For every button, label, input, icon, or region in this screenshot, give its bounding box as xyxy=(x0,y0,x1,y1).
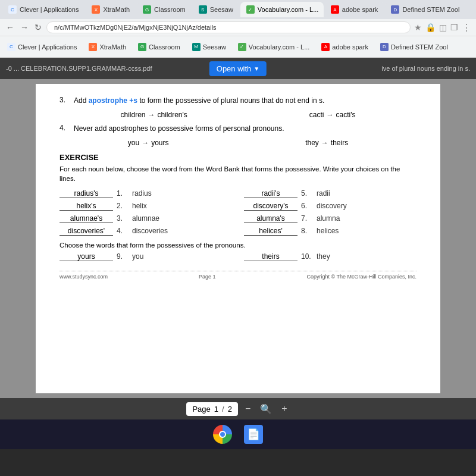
dropdown-arrow-icon: ▼ xyxy=(253,65,259,72)
rule-3-num: 3. xyxy=(60,96,70,104)
example-children: children → children's xyxy=(120,111,187,119)
exercise-desc: For each noun below, choose the word fro… xyxy=(60,164,416,183)
rule-4-examples: you → yours they → theirs xyxy=(60,139,416,147)
item-word-8: helices xyxy=(317,227,339,235)
arrow-icon: → xyxy=(148,111,155,119)
bookmark-vocabulary[interactable]: ✓ Vocabulary.com - L... xyxy=(234,42,314,52)
bookmark-adobespark[interactable]: A adobe spark xyxy=(318,42,372,52)
new-tab-icon[interactable]: ❐ xyxy=(450,23,458,32)
bookmark-seesaw[interactable]: M Seesaw xyxy=(189,42,230,52)
rule-4-num: 4. xyxy=(60,124,70,132)
bottom-toolbar: Page 1 / 2 − 🔍 + xyxy=(0,398,476,419)
answer-6: discovery's xyxy=(244,202,298,211)
taskbar: 📄 xyxy=(0,419,476,449)
tab-definedstem[interactable]: D Defined STEM Zool xyxy=(385,2,465,17)
item-num-8: 8. xyxy=(301,227,313,235)
pdf-right-text: ive of plural nouns ending in s. xyxy=(381,65,470,72)
back-button[interactable]: ← xyxy=(5,21,15,33)
menu-icon[interactable]: ⋮ xyxy=(462,22,471,33)
answer-3: alumnae's xyxy=(60,214,113,223)
pronoun-item-9: yours 9. you xyxy=(60,252,232,261)
pronoun-answer-10: theirs xyxy=(244,252,298,261)
refresh-button[interactable]: ↻ xyxy=(33,21,43,33)
total-pages: 2 xyxy=(228,405,232,414)
exercise-item-3: alumnae's 3. alumnae xyxy=(60,214,232,223)
address-row: ← → ↻ n/c/MTMwOTkzMDg0NjE2/a/MjgxNjE3NjQ… xyxy=(0,19,476,36)
bookmark-definedstem[interactable]: D Defined STEM Zool xyxy=(377,42,452,52)
exercise-item-7: alumna's 7. alumna xyxy=(244,214,416,223)
current-page: 1 xyxy=(214,405,218,414)
pronoun-grid: yours 9. you theirs 10. they xyxy=(60,252,416,261)
tab-xtramath[interactable]: X XtraMath xyxy=(86,2,136,17)
rule-3-text: Add apostrophe +s to form the possessive… xyxy=(74,96,324,106)
footer-right: Copyright © The McGraw-Hill Companies, I… xyxy=(306,274,416,280)
exercise-title: EXERCISE xyxy=(60,153,416,162)
doc-footer: www.studysync.com Page 1 Copyright © The… xyxy=(60,274,416,280)
item-num-5: 5. xyxy=(301,189,313,198)
example-you: you → yours xyxy=(128,139,169,147)
item-word-7: alumna xyxy=(317,214,340,223)
pronoun-desc: Choose the words that form the possessiv… xyxy=(60,242,416,249)
item-num-3: 3. xyxy=(117,214,129,223)
zoom-search-button[interactable]: 🔍 xyxy=(258,403,274,415)
apostrophe-highlight: apostrophe +s xyxy=(89,96,137,105)
answer-5: radii's xyxy=(244,189,298,198)
answer-2: helix's xyxy=(60,202,113,211)
pronoun-word-10: they xyxy=(317,252,330,261)
extension-icon[interactable]: 🔒 xyxy=(425,23,436,32)
item-word-1: radius xyxy=(132,189,152,198)
item-word-5: radii xyxy=(317,189,330,198)
bookmark-xtramath[interactable]: X XtraMath xyxy=(85,42,130,52)
rule-3-examples: children → children's cacti → cacti's xyxy=(60,111,416,119)
arrow-icon-3: → xyxy=(142,139,149,147)
item-word-3: alumnae xyxy=(132,214,159,223)
tab-adobespark[interactable]: A adobe spark xyxy=(325,2,384,17)
pronoun-word-9: you xyxy=(132,252,143,261)
example-they: they → theirs xyxy=(305,139,348,147)
rule-3: 3. Add apostrophe +s to form the possess… xyxy=(60,96,416,106)
exercise-item-5: radii's 5. radii xyxy=(244,189,416,198)
docs-taskbar-icon[interactable]: 📄 xyxy=(244,425,263,444)
bookmarks-bar: C Clever | Applications X XtraMath G Cla… xyxy=(0,36,476,58)
item-num-2: 2. xyxy=(117,202,129,210)
document-area: 3. Add apostrophe +s to form the possess… xyxy=(0,79,476,398)
chrome-taskbar-icon[interactable] xyxy=(213,425,232,444)
footer-left: www.studysync.com xyxy=(60,274,108,280)
tab-clever[interactable]: C Clever | Applications xyxy=(2,2,84,17)
exercise-item-4: discoveries' 4. discoveries xyxy=(60,227,232,236)
item-word-2: helix xyxy=(132,202,147,210)
exercise-item-2: helix's 2. helix xyxy=(60,202,232,211)
answer-7: alumna's xyxy=(244,214,298,223)
tab-seesaw[interactable]: S Seesaw xyxy=(193,2,239,17)
tab-classroom[interactable]: G Classroom xyxy=(137,2,192,17)
page-nav: Page 1 / 2 xyxy=(186,402,237,416)
bookmark-clever[interactable]: C Clever | Applications xyxy=(4,42,80,52)
item-num-1: 1. xyxy=(117,189,129,198)
item-word-4: discoveries xyxy=(132,227,168,235)
open-with-button[interactable]: Open with ▼ xyxy=(209,61,267,76)
answer-4: discoveries' xyxy=(60,227,113,236)
item-num-4: 4. xyxy=(117,227,129,235)
pdf-filename: -0 ... CELEBRATION.SUPP1.GRAMMAR-ccss.pd… xyxy=(6,65,152,72)
rule-4: 4. Never add apostrophes to possessive f… xyxy=(60,124,416,134)
footer-center: Page 1 xyxy=(199,274,216,280)
rule-4-text: Never add apostrophes to possessive form… xyxy=(74,124,284,134)
tab-search-icon[interactable]: ◫ xyxy=(439,23,447,32)
page-slash: / xyxy=(222,405,224,414)
zoom-out-button[interactable]: − xyxy=(243,403,253,414)
answer-1: radius's xyxy=(60,189,113,198)
answer-8: helices' xyxy=(244,227,298,236)
tab-vocabulary[interactable]: ✓ Vocabulary.com - L... xyxy=(240,2,324,17)
pronoun-num-10: 10. xyxy=(301,252,313,261)
pronoun-section: Choose the words that form the possessiv… xyxy=(60,242,416,261)
bookmark-icon[interactable]: ★ xyxy=(414,23,422,32)
forward-button[interactable]: → xyxy=(19,21,30,33)
address-bar[interactable]: n/c/MTMwOTkzMDg0NjE2/a/MjgxNjE3NjQ1NjAz/… xyxy=(46,21,411,33)
bookmark-classroom[interactable]: G Classroom xyxy=(134,42,184,52)
pronoun-item-10: theirs 10. they xyxy=(244,252,416,261)
page-content: 3. Add apostrophe +s to form the possess… xyxy=(36,84,440,393)
exercise-item-1: radius's 1. radius xyxy=(60,189,232,198)
item-num-7: 7. xyxy=(301,214,313,223)
arrow-icon-4: → xyxy=(321,139,328,147)
zoom-in-button[interactable]: + xyxy=(279,403,289,414)
